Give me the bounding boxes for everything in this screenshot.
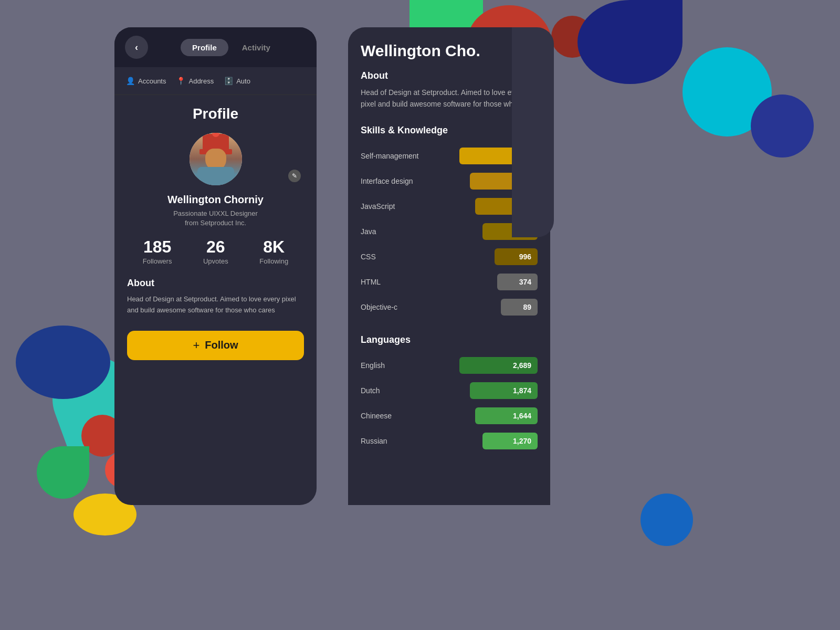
skill-score: 996	[513, 248, 538, 265]
tab-profile[interactable]: Profile	[181, 39, 228, 56]
detail-about-title: About	[361, 70, 538, 81]
follow-button-label: Follow	[205, 339, 238, 351]
skill-name: Interface design	[361, 177, 470, 185]
detail-about-text: Head of Design at Setproduct. Aimed to l…	[361, 87, 538, 110]
language-score: 1,874	[507, 382, 538, 399]
skills-list: Self-management 2,689 Interface design 1…	[361, 143, 538, 320]
subnav-accounts-label: Accounts	[138, 77, 166, 85]
follow-plus-icon: +	[193, 339, 200, 352]
skill-row: JavaScript 1,644	[361, 194, 538, 219]
skill-score: 374	[513, 274, 538, 290]
behind-card	[512, 27, 554, 237]
language-row: English 2,689	[361, 353, 538, 378]
skill-row: Self-management 2,689	[361, 143, 538, 169]
skill-name: HTML	[361, 278, 497, 286]
about-section: About Head of Design at Setproduct. Aime…	[127, 278, 304, 316]
profile-title: Profile	[127, 106, 304, 122]
subnav-address-label: Address	[188, 77, 214, 85]
skills-title: Skills & Knowledge	[361, 125, 448, 136]
back-button[interactable]: ‹	[125, 36, 148, 59]
user-bio: Passionate UIXXL Designer from Setproduc…	[127, 209, 304, 228]
avatar-container	[127, 133, 304, 185]
language-pill: 1,270	[482, 433, 538, 449]
languages-list: English 2,689 Dutch 1,874 Chineese 1,644…	[361, 353, 538, 454]
phone-body: Profile Wellington Chorniy Passionate UI…	[114, 95, 317, 505]
followers-label: Followers	[143, 257, 172, 265]
stat-followers: 185 Followers	[143, 238, 172, 265]
phone-card: ‹ Profile Activity 👤 Accounts 📍 Address …	[114, 27, 317, 505]
skill-pill: 374	[497, 274, 538, 290]
language-row: Dutch 1,874	[361, 378, 538, 403]
skill-name: CSS	[361, 253, 495, 261]
detail-user-name: Wellington Cho.	[361, 42, 538, 60]
decorative-blob	[640, 494, 693, 546]
skill-row: Java 1,270	[361, 219, 538, 244]
tab-group: Profile Activity	[156, 39, 306, 56]
language-score: 1,270	[507, 433, 538, 449]
language-score: 2,689	[507, 357, 538, 374]
language-score: 1,644	[507, 407, 538, 424]
avatar	[190, 133, 242, 185]
decorative-blob	[551, 16, 593, 58]
skill-name: Objective-c	[361, 303, 501, 311]
decorative-blob	[751, 94, 814, 158]
skill-pill: 996	[495, 248, 538, 265]
languages-title: Languages	[361, 334, 538, 345]
edit-avatar-button[interactable]	[287, 169, 302, 183]
stats-row: 185 Followers 26 Upvotes 8K Following	[127, 238, 304, 265]
user-name: Wellington Chorniy	[127, 194, 304, 206]
skill-row: HTML 374	[361, 269, 538, 295]
tab-activity[interactable]: Activity	[230, 39, 282, 56]
decorative-blob	[16, 326, 110, 399]
decorative-blob	[682, 47, 772, 136]
address-icon: 📍	[176, 77, 185, 85]
decorative-blob	[578, 0, 682, 84]
skill-name: Self-management	[361, 152, 459, 160]
language-pill: 1,874	[470, 382, 538, 399]
auto-icon: 🗄️	[224, 77, 233, 85]
followers-count: 185	[143, 238, 172, 255]
upvotes-label: Upvotes	[203, 257, 228, 265]
language-pill: 2,689	[459, 357, 538, 374]
language-name: English	[361, 361, 459, 370]
about-title: About	[127, 278, 304, 289]
phone-header: ‹ Profile Activity	[114, 27, 317, 67]
language-name: Chineese	[361, 412, 475, 420]
skills-section: Skills & Knowledge Score Self-management…	[361, 125, 538, 320]
language-name: Dutch	[361, 386, 470, 395]
subnav-accounts[interactable]: 👤 Accounts	[123, 75, 169, 87]
skill-name: JavaScript	[361, 202, 475, 211]
language-name: Russian	[361, 437, 482, 445]
subnav-address[interactable]: 📍 Address	[173, 75, 217, 87]
follow-button[interactable]: + Follow	[127, 331, 304, 360]
subnav-auto[interactable]: 🗄️ Auto	[221, 75, 254, 87]
avatar-figure	[190, 133, 242, 185]
skill-row: Interface design 1,874	[361, 169, 538, 194]
accounts-icon: 👤	[126, 77, 135, 85]
language-pill: 1,644	[475, 407, 538, 424]
hat-pom	[212, 133, 219, 137]
skill-row: Objective-c 89	[361, 295, 538, 320]
subnav-auto-label: Auto	[236, 77, 250, 85]
stat-upvotes: 26 Upvotes	[203, 238, 228, 265]
skill-pill: 89	[501, 299, 538, 316]
skill-row: CSS 996	[361, 244, 538, 269]
language-row: Russian 1,270	[361, 428, 538, 454]
following-count: 8K	[259, 238, 288, 255]
language-row: Chineese 1,644	[361, 403, 538, 428]
skills-header: Skills & Knowledge Score	[361, 125, 538, 136]
skill-name: Java	[361, 227, 482, 236]
shirt	[197, 167, 234, 185]
about-text: Head of Design at Setproduct. Aimed to l…	[127, 294, 304, 316]
upvotes-count: 26	[203, 238, 228, 255]
languages-section: Languages English 2,689 Dutch 1,874 Chin…	[361, 334, 538, 454]
sub-nav: 👤 Accounts 📍 Address 🗄️ Auto	[114, 67, 317, 95]
stat-following: 8K Following	[259, 238, 288, 265]
skill-score: 89	[517, 299, 538, 316]
decorative-blob	[37, 446, 89, 499]
following-label: Following	[259, 257, 288, 265]
